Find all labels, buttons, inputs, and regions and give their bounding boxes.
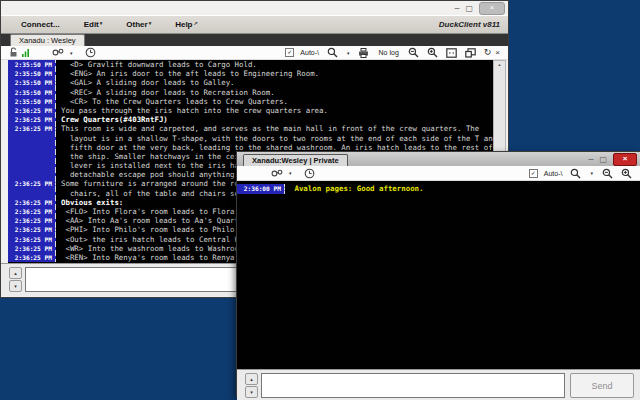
chevron-down-icon[interactable]: ▾ — [289, 170, 292, 176]
maximize-icon[interactable]: ▢ — [465, 3, 473, 14]
timestamp: 2:36:25 PM — [8, 124, 56, 133]
clock-icon[interactable] — [85, 47, 96, 58]
line-text: <CR> To the Crew Quarters leads to Crew … — [56, 97, 288, 106]
auto-label: Auto-\ — [300, 49, 319, 56]
terminal-line: 2:36:25 PMYou pass through the iris hatc… — [8, 106, 493, 115]
line-text: This room is wide and carpeted, and serv… — [56, 124, 479, 133]
line-text: <REC> A sliding door leads to Recreation… — [56, 88, 275, 97]
terminal-line: 2:35:50 PM <D> Gravlift downward leads t… — [8, 60, 493, 69]
line-text: <AA> Into Aa's room leads to Aa's Quarte — [56, 216, 243, 225]
terminal-line: 2:35:50 PM <ENG> An iris door to the aft… — [8, 69, 493, 78]
timestamp — [8, 161, 56, 170]
timestamp — [8, 189, 56, 198]
link-icon[interactable] — [52, 48, 65, 57]
minimize-icon[interactable]: – — [454, 3, 459, 14]
zoom-in-icon[interactable] — [427, 47, 438, 58]
tab-private[interactable]: Xanadu:Wesley | Private — [243, 154, 348, 166]
zoom-out-icon[interactable] — [602, 168, 613, 179]
auto-checkbox[interactable]: ✓ — [529, 169, 538, 178]
menu-connect[interactable]: Connect... — [21, 20, 60, 29]
private-terminal-output[interactable]: 2:36:00 PM Avalon pages: Good afternoon. — [237, 181, 640, 369]
timestamp — [8, 134, 56, 143]
timestamp — [8, 143, 56, 152]
chevron-down-icon: ▾ — [100, 20, 103, 26]
terminal-line: 2:35:50 PM <CR> To the Crew Quarters lea… — [8, 97, 493, 106]
timestamp: 2:36:25 PM — [8, 115, 56, 124]
tab-bar: Xanadu : Wesley — [1, 34, 508, 46]
history-up-button[interactable]: ▴ — [245, 373, 258, 385]
terminal-line: layout is in a shallow T-shape, with the… — [8, 134, 493, 143]
line-text: Obvious exits: — [56, 198, 123, 207]
line-text: You pass through the iris hatch into the… — [56, 106, 328, 115]
search-icon[interactable] — [570, 168, 581, 179]
private-message-input[interactable] — [261, 373, 565, 398]
app-version-label: DuckClient v811 — [439, 20, 500, 29]
chevron-down-icon[interactable]: ▾ — [590, 170, 593, 176]
timestamp: 2:36:25 PM — [8, 179, 56, 188]
timestamp: 2:36:25 PM — [8, 207, 56, 216]
line-text: <D> Gravlift downward leads to Cargo Hol… — [56, 60, 257, 69]
send-button[interactable]: Send — [570, 373, 634, 398]
zoom-out-icon[interactable] — [408, 47, 419, 58]
line-text: Avalon pages: Good afternoon. — [285, 184, 424, 194]
line-text: Crew Quarters(#403RntFJ) — [56, 115, 168, 124]
close-icon[interactable]: × — [613, 153, 637, 166]
search-icon[interactable] — [327, 47, 338, 58]
auto-checkbox[interactable]: ✓ — [285, 48, 294, 57]
timestamp: 2:35:50 PM — [8, 88, 56, 97]
chevron-down-icon[interactable]: ▾ — [347, 50, 350, 56]
line-text: detachable escape pod should anything ha — [56, 170, 248, 179]
tab-xanadu-wesley[interactable]: Xanadu : Wesley — [10, 34, 85, 46]
line-text: <Out> the iris hatch leads to Central Ha — [56, 235, 243, 244]
menu-other[interactable]: Other▾ — [126, 20, 151, 29]
line-text: layout is in a shallow T-shape, with the… — [56, 134, 493, 143]
menubar: Connect... Edit▾ Other▾ Help↗ DuckClient… — [1, 15, 508, 34]
close-icon[interactable]: × — [479, 2, 505, 15]
connection-signal-icon — [22, 48, 30, 57]
zoom-in-icon[interactable] — [621, 168, 632, 179]
maximize-icon[interactable]: ▢ — [599, 154, 607, 165]
private-message-window: Xanadu:Wesley | Private – ▢ × ▾ ✓ Auto-\… — [236, 151, 640, 397]
timestamp: 2:35:50 PM — [8, 78, 56, 87]
timestamp: 2:36:25 PM — [8, 198, 56, 207]
clock-icon[interactable] — [304, 168, 315, 179]
private-titlebar: Xanadu:Wesley | Private – ▢ × — [237, 152, 640, 166]
timestamp: 2:36:25 PM — [8, 235, 56, 244]
history-up-button[interactable]: ▴ — [9, 267, 22, 279]
line-text: <WR> Into the washroom leads to Washroo — [56, 244, 239, 253]
menu-help[interactable]: Help↗ — [175, 20, 198, 29]
timestamp: 2:36:25 PM — [8, 216, 56, 225]
popout-window-icon[interactable] — [465, 48, 476, 58]
line-text: <GAL> A sliding door leads to Galley. — [56, 78, 235, 87]
reload-icon[interactable]: ↻ — [484, 48, 492, 57]
line-text: chairs, all of the table and chairs set — [56, 189, 243, 198]
split-view-icon[interactable] — [446, 48, 457, 58]
chevron-down-icon: ▾ — [149, 20, 152, 26]
terminal-line: 2:36:25 PMCrew Quarters(#403RntFJ) — [8, 115, 493, 124]
timestamp: 2:36:25 PM — [8, 253, 56, 262]
line-text: <FLO> Into Flora's room leads to Flora's — [56, 207, 243, 216]
timestamp: 2:35:50 PM — [8, 69, 56, 78]
link-icon[interactable] — [271, 169, 284, 178]
terminal-line: 2:35:50 PM <REC> A sliding door leads to… — [8, 88, 493, 97]
history-down-button[interactable]: ▾ — [245, 386, 258, 398]
line-text: the ship. Smaller hatchways in the ceili — [56, 152, 248, 161]
line-text: <PHI> Into Philo's room leads to Philo's — [56, 225, 243, 234]
close-tab-icon[interactable]: × — [495, 49, 500, 57]
timestamp: 2:35:50 PM — [8, 60, 56, 69]
timestamp: 2:36:25 PM — [8, 225, 56, 234]
terminal-line: 2:36:00 PM Avalon pages: Good afternoon. — [237, 184, 640, 194]
timestamp: 2:36:25 PM — [8, 244, 56, 253]
titlebar: – ▢ × — [1, 1, 508, 15]
printer-icon[interactable] — [358, 48, 369, 58]
chevron-down-icon[interactable]: ▾ — [70, 50, 73, 56]
history-down-button[interactable]: ▾ — [9, 280, 22, 292]
minimize-icon[interactable]: – — [588, 154, 593, 165]
line-text: lever is installed next to the iris hatc — [56, 161, 248, 170]
line-text: <REN> Into Renya's room leads to Renya's — [56, 253, 243, 262]
private-toolbar: ▾ ✓ Auto-\ ▾ — [237, 166, 640, 181]
auto-label: Auto-\ — [544, 170, 563, 177]
private-command-bar: ▴ ▾ Send — [237, 369, 640, 400]
menu-edit[interactable]: Edit▾ — [84, 20, 103, 29]
timestamp: 2:35:50 PM — [8, 97, 56, 106]
